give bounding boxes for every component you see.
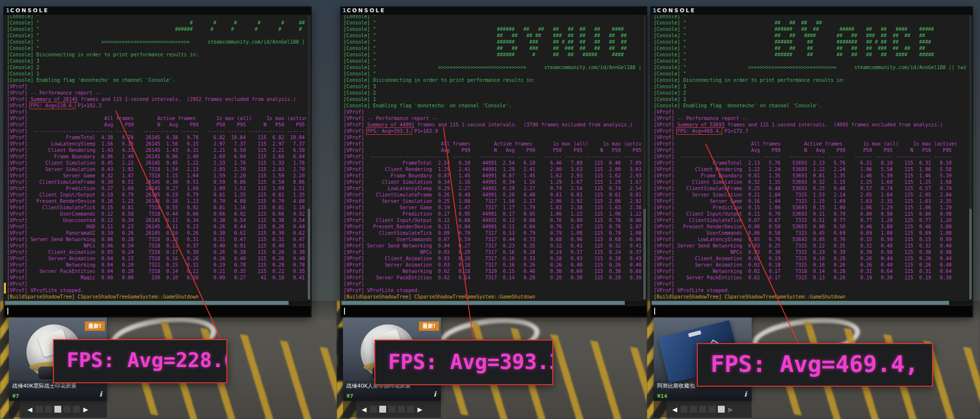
console-title-bar: 1CONSOLE xyxy=(651,7,973,15)
console-line: [Console] " xyxy=(343,71,641,77)
carousel-dot[interactable] xyxy=(398,406,405,413)
horizontal-scrollbar[interactable] xyxy=(5,301,310,305)
table-row: [VProf] Frame Boundary 0.87 1.45 44991 0… xyxy=(343,173,641,179)
console-line: [Console] " ###### # # # # # ### xyxy=(7,26,306,32)
table-row: [VProf] Magic 0.00 0.00 330 0.10 0.38 0.… xyxy=(7,274,306,281)
scrollbar-handle[interactable] xyxy=(652,301,949,305)
table-row: [VProf] Server Game 0.32 1.47 7318 1.15 … xyxy=(7,173,306,179)
console-line: [Console] " xyxy=(343,15,641,20)
info-icon[interactable]: i xyxy=(434,390,436,398)
console-line: [Console] 1 xyxy=(654,96,967,102)
scrollbar-handle[interactable] xyxy=(5,301,289,305)
console-line: [VProf] xyxy=(7,281,306,287)
info-icon[interactable]: i xyxy=(99,390,102,398)
table-row: [VProf] Frame Boundary 0.96 2.40 26145 0… xyxy=(7,153,306,160)
table-row: [VProf] Prediction 0.15 1.00 53693 0.15 … xyxy=(654,204,967,211)
table-row: [VProf] UserCommands 0.07 0.59 7317 0.44… xyxy=(343,236,641,243)
table-row: [VProf] Server Send Networking 0.06 0.28… xyxy=(7,236,306,243)
console-line: [VProf] VProfLite stopped. xyxy=(343,287,641,294)
table-row: [VProf] ClientSimulateTick 0.07 0.67 731… xyxy=(654,217,967,223)
table-row: [VProf] Client Rendering 1.29 2.41 44991… xyxy=(343,166,641,173)
carousel-dot[interactable] xyxy=(370,406,377,413)
item-price: ¥7 xyxy=(12,394,19,399)
table-row: [VProf] Networking 0.02 0.17 7318 0.14 0… xyxy=(654,268,967,274)
console-line: [BuildSparseShadowTree] CSparseShadowTre… xyxy=(343,294,641,300)
console-line: [Console] " xyxy=(654,58,967,64)
table-row: [VProf] Unaccounted 0.11 0.34 26145 0.11… xyxy=(7,217,306,223)
console-window[interactable]: 1CONSOLE [Console] "[Console] "[Console]… xyxy=(651,7,973,317)
table-row: [VProf] ClientSimulateFrame 0.25 0.48 53… xyxy=(654,185,967,192)
console-input[interactable] xyxy=(341,306,646,317)
item-name-bar: 战锤40K星际战士印花胶囊 ¥7 i xyxy=(9,380,107,401)
console-line: [VProf] -- Performance report -- xyxy=(7,90,306,96)
console-line: [VProf] All frames Active frames 1s max … xyxy=(343,141,641,147)
carousel-dot[interactable] xyxy=(690,406,697,413)
carousel-dot[interactable] xyxy=(718,406,725,413)
fps-callout-text: FPS: Avg=469.4, xyxy=(710,350,918,377)
console-line: [Console] Enabling flag 'donotecho' on c… xyxy=(343,102,641,109)
table-row: [VProf] Client Simulation 0.32 1.15 5369… xyxy=(654,179,967,185)
console-line: [Console] Enabling flag 'donotecho' on c… xyxy=(7,77,306,83)
table-row: [VProf] Client Simulation 0.45 1.22 2614… xyxy=(7,160,306,166)
console-line: [VProf] -- Performance report -- xyxy=(343,115,641,122)
console-line: [Console] 1 xyxy=(7,71,306,77)
next-arrow-icon[interactable]: ▶ xyxy=(728,406,733,413)
console-line: [Console] " ###### ## ## ##### ## ## ###… xyxy=(654,26,967,32)
carousel-dot[interactable] xyxy=(45,406,52,413)
table-row: [VProf] LowLatencySleep 1.56 6.15 26145 … xyxy=(7,141,306,147)
carousel-dot[interactable] xyxy=(699,406,706,413)
carousel-dot[interactable] xyxy=(379,406,386,413)
table-row: [VProf] Networking 0.04 0.20 7321 0.15 0… xyxy=(7,262,306,268)
table-row: [VProf] PanoramaUI 0.10 0.26 26145 0.10 … xyxy=(7,230,306,236)
console-input[interactable] xyxy=(4,306,311,317)
fps-highlight-box: FPS: Avg=469.4, xyxy=(677,128,721,134)
console-title: CONSOLE xyxy=(10,7,49,14)
item-name: 阿努比斯收藏包 xyxy=(657,382,695,390)
next-arrow-icon[interactable]: ▶ xyxy=(83,406,88,413)
new-badge: 最新! xyxy=(419,321,439,331)
carousel-dot[interactable] xyxy=(389,406,395,413)
horizontal-scrollbar[interactable] xyxy=(342,301,646,305)
item-price: ¥14 xyxy=(657,394,667,399)
vertical-scrollbar[interactable] xyxy=(643,16,646,299)
console-count-badge: 1 xyxy=(343,7,346,14)
table-row: [VProf] Server Animation 0.04 0.23 7318 … xyxy=(7,255,306,262)
prev-arrow-icon[interactable]: ◀ xyxy=(362,406,367,413)
scrollbar-handle[interactable] xyxy=(342,301,625,305)
carousel-dot[interactable] xyxy=(681,406,687,413)
console-window[interactable]: 1CONSOLE [Console] "[Console] " # # # # … xyxy=(4,7,311,317)
carousel-dot[interactable] xyxy=(407,406,414,413)
vertical-scrollbar[interactable] xyxy=(969,16,972,299)
console-line: [Console] " ###### ## ## ## ## ## ## ###… xyxy=(343,26,641,32)
info-icon[interactable]: i xyxy=(744,390,747,398)
table-row: [VProf] Server Simulation 0.43 1.92 7318… xyxy=(7,166,306,173)
horizontal-scrollbar[interactable] xyxy=(652,301,972,305)
carousel-dot[interactable] xyxy=(54,406,61,413)
carousel-dot[interactable] xyxy=(36,406,43,413)
console-log[interactable]: [Console] "[Console] " # # # # # ## #[Co… xyxy=(7,15,306,300)
console-line: [VProf] Avg P99 N Avg P99 P50 P95 N P50 … xyxy=(7,122,306,128)
console-count-badge: 1 xyxy=(6,7,10,14)
console-line: [Console] " >>>>>>>>>>>>>>>>>>>>>>>>>>>>… xyxy=(343,64,641,71)
prev-arrow-icon[interactable]: ◀ xyxy=(672,406,677,413)
console-log[interactable]: [Console] "[Console] "[Console] "[Consol… xyxy=(654,15,967,300)
console-line: [Console] " xyxy=(343,20,641,26)
table-row: [VProf] Client_Animation 0.05 0.24 7318 … xyxy=(7,249,306,255)
console-line: [Console] " xyxy=(654,71,967,77)
carousel-dot[interactable] xyxy=(64,406,71,413)
console-log[interactable]: [Console] "[Console] "[Console] " ######… xyxy=(343,15,641,300)
console-title: CONSOLE xyxy=(347,7,386,14)
carousel-dot[interactable] xyxy=(709,406,715,413)
carousel-nav: ◀ ▶ xyxy=(343,401,441,418)
prev-arrow-icon[interactable]: ◀ xyxy=(27,406,32,413)
console-line: [VProf] Avg P99 N Avg P99 P50 P95 N P50 … xyxy=(343,147,641,153)
console-line: [Console] Disconnecting in order to prin… xyxy=(654,77,967,83)
console-window[interactable]: 1CONSOLE [Console] "[Console] "[Console]… xyxy=(341,7,647,317)
table-row: [VProf] Server Send Networking 0.03 0.25… xyxy=(654,243,967,249)
table-row: [VProf] NPCs 0.03 0.20 7317 0.16 0.28 0.… xyxy=(343,249,641,255)
console-input[interactable] xyxy=(651,306,972,317)
vertical-scrollbar[interactable] xyxy=(308,16,310,299)
next-arrow-icon[interactable]: ▶ xyxy=(417,406,422,413)
carousel-dot[interactable] xyxy=(73,406,80,413)
console-line: [VProf] xyxy=(7,109,306,115)
